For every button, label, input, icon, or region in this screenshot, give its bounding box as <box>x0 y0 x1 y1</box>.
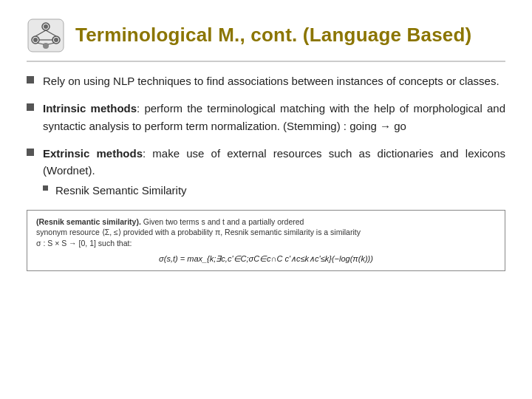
sub-bullet-item-1: Resnik Semantic Similarity <box>43 182 505 199</box>
bullet-icon-2 <box>27 103 34 111</box>
bullet-icon-3 <box>27 149 34 156</box>
bullet-text-3: Extrinsic methods: make use of external … <box>43 145 505 200</box>
formula-row: σ(s,t) = max_{k;∃c,c'∈C;σC∈c∩C c'∧c≤k∧c'… <box>36 253 496 265</box>
footnote-text3: σ : S × S → [0, 1] such that: <box>36 239 132 248</box>
footnote-text1: Given two terms s and t and a partially … <box>141 217 304 226</box>
formula-text: σ(s,t) = max_{k;∃c,c'∈C;σC∈c∩C c'∧c≤k∧c'… <box>159 254 373 263</box>
svg-point-4 <box>43 43 49 49</box>
bullet-text-2: Intrinsic methods: perform the terminolo… <box>43 100 505 134</box>
bullet-item-3: Extrinsic methods: make use of external … <box>27 145 505 200</box>
svg-point-12 <box>54 38 58 42</box>
bullet-list: Rely on using NLP techniques to find ass… <box>27 72 505 200</box>
bullet-text-1: Rely on using NLP techniques to find ass… <box>43 72 499 89</box>
bullet-item-2: Intrinsic methods: perform the terminolo… <box>27 100 505 134</box>
slide: Terminological M., cont. (Language Based… <box>0 0 532 399</box>
svg-point-11 <box>33 38 38 42</box>
footnote-text2: synonym resource ⟨Σ, ≤⟩ provided with a … <box>36 228 361 236</box>
svg-point-10 <box>44 24 48 29</box>
slide-title: Terminological M., cont. (Language Based… <box>75 24 471 47</box>
footnote-title: (Resnik semantic similarity). <box>36 217 141 226</box>
title-divider <box>27 61 505 62</box>
sub-bullet-text-1: Resnik Semantic Similarity <box>55 182 187 199</box>
logo-icon <box>27 18 65 53</box>
sub-bullet-list: Resnik Semantic Similarity <box>43 182 505 199</box>
bullet-item-1: Rely on using NLP techniques to find ass… <box>27 72 505 89</box>
bullet-icon-1 <box>27 76 34 83</box>
sub-bullet-icon-1 <box>43 185 48 191</box>
bullet-3-bold: Extrinsic methods <box>43 147 143 160</box>
header-row: Terminological M., cont. (Language Based… <box>27 18 505 53</box>
bullet-2-bold: Intrinsic methods <box>43 102 137 115</box>
footnote-box: (Resnik semantic similarity). Given two … <box>27 210 505 271</box>
